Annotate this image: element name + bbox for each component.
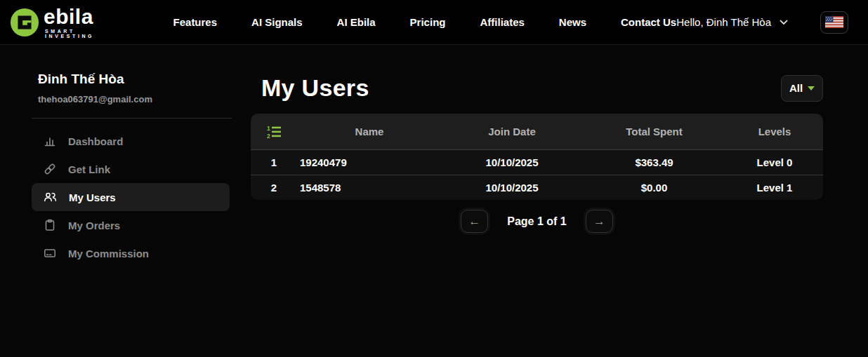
page-title: My Users	[261, 74, 369, 102]
numbered-list-icon: 1 2	[251, 124, 297, 140]
cell-name: 1548578	[297, 182, 442, 194]
pagination: ← Page 1 of 1 →	[251, 210, 823, 233]
cell-level: Level 0	[726, 156, 823, 168]
logo[interactable]: ebila SMART INVESTING	[10, 6, 117, 39]
users-icon	[44, 191, 57, 203]
sidebar-item-my-commission[interactable]: My Commission	[32, 239, 230, 267]
column-header-levels: Levels	[726, 126, 823, 137]
nav-menu: Features AI Signals AI Ebila Pricing Aff…	[173, 16, 677, 28]
nav-item-news[interactable]: News	[559, 16, 586, 28]
nav-item-features[interactable]: Features	[173, 16, 218, 28]
cell-index: 1	[251, 156, 297, 168]
level-filter-dropdown[interactable]: All	[781, 75, 823, 102]
column-header-name: Name	[297, 126, 442, 137]
us-flag-icon	[825, 16, 843, 28]
sidebar-user-email: thehoa063791@gmail.com	[38, 94, 251, 105]
sidebar-user-name: Đinh Thế Hòa	[38, 72, 251, 87]
cell-join-date: 10/10/2025	[442, 182, 582, 194]
filter-selected-label: All	[789, 82, 803, 94]
sidebar-menu: Dashboard Get Link	[32, 127, 251, 267]
arrow-left-icon: ←	[468, 215, 480, 229]
chevron-down-icon	[780, 20, 788, 25]
nav-item-affiliates[interactable]: Affiliates	[480, 16, 524, 28]
cell-name: 19240479	[297, 156, 442, 168]
top-nav: ebila SMART INVESTING Features AI Signal…	[0, 0, 868, 45]
language-selector-button[interactable]	[820, 11, 848, 34]
cell-total-spent: $0.00	[582, 182, 726, 194]
svg-text:2: 2	[267, 133, 270, 140]
nav-item-ai-signals[interactable]: AI Signals	[251, 16, 303, 28]
sidebar: Đinh Thế Hòa thehoa063791@gmail.com Dash…	[0, 45, 251, 357]
sidebar-divider	[32, 118, 232, 119]
sidebar-item-label: Dashboard	[68, 135, 123, 147]
arrow-right-icon: →	[593, 215, 605, 229]
users-table: 1 2 Name Join Date Total Spent Levels 1 …	[251, 114, 823, 200]
logo-circle-icon	[10, 8, 39, 37]
credit-card-icon	[44, 247, 56, 260]
cell-total-spent: $363.49	[582, 156, 726, 168]
sidebar-item-my-orders[interactable]: My Orders	[32, 211, 230, 239]
nav-item-contact-us[interactable]: Contact Us	[621, 16, 676, 28]
nav-item-pricing[interactable]: Pricing	[410, 16, 446, 28]
user-greeting-dropdown[interactable]: Hello, Đinh Thế Hòa	[676, 16, 788, 28]
bar-chart-icon	[44, 135, 56, 147]
link-icon	[44, 163, 56, 175]
table-row[interactable]: 1 19240479 10/10/2025 $363.49 Level 0	[251, 149, 823, 175]
nav-item-ai-ebila[interactable]: AI Ebila	[337, 16, 376, 28]
table-row[interactable]: 2 1548578 10/10/2025 $0.00 Level 1	[251, 175, 823, 200]
caret-down-icon	[808, 86, 815, 90]
sidebar-item-label: My Users	[69, 191, 116, 203]
sidebar-item-label: My Orders	[68, 220, 120, 231]
sidebar-item-get-link[interactable]: Get Link	[32, 155, 230, 183]
sidebar-item-dashboard[interactable]: Dashboard	[32, 127, 230, 155]
next-page-button[interactable]: →	[586, 210, 613, 233]
page-indicator: Page 1 of 1	[507, 215, 566, 228]
brand-name: ebila	[44, 6, 117, 27]
previous-page-button[interactable]: ←	[461, 210, 488, 233]
greeting-label: Hello, Đinh Thế Hòa	[676, 16, 771, 28]
sidebar-item-label: My Commission	[68, 248, 149, 260]
clipboard-icon	[44, 219, 56, 231]
sidebar-item-label: Get Link	[68, 163, 110, 175]
cell-index: 2	[251, 182, 297, 194]
sidebar-item-my-users[interactable]: My Users	[32, 183, 230, 211]
cell-join-date: 10/10/2025	[442, 156, 582, 168]
svg-text:1: 1	[267, 125, 270, 132]
brand-tagline: SMART INVESTING	[44, 29, 117, 39]
table-header-row: 1 2 Name Join Date Total Spent Levels	[251, 114, 823, 149]
column-header-join-date: Join Date	[442, 126, 582, 137]
cell-level: Level 1	[726, 182, 823, 194]
column-header-total-spent: Total Spent	[582, 126, 726, 137]
main-content: My Users All 1 2 Name Join Date	[251, 45, 868, 357]
